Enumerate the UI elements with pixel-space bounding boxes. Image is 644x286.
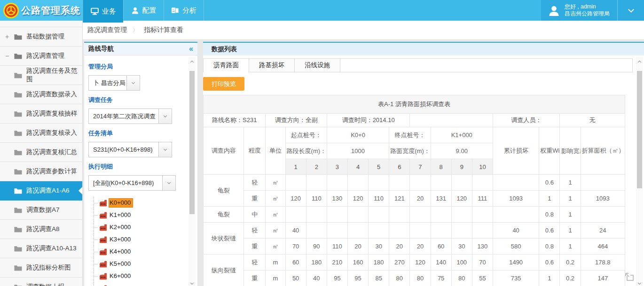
sidebar-item-调查数据上报[interactable]: 调查数据上报	[0, 278, 82, 286]
analysis-icon	[171, 7, 179, 14]
value-cell: 131	[431, 191, 451, 207]
select-value: S231(K0+0-K16+898)	[89, 146, 158, 153]
main-panel-scrollbar[interactable]	[636, 57, 643, 286]
cumulative-cell: 1093	[493, 191, 539, 207]
station-tree: K0+000K1+000K2+000K3+000K4+000K5+000K6+0…	[88, 197, 185, 286]
sidebar-item-基础数据管理[interactable]: +基础数据管理	[0, 27, 82, 46]
sidebar-item-路况指标分析图[interactable]: 路况指标分析图	[0, 258, 82, 278]
app-logo-area: 公路管理系统	[0, 0, 83, 21]
breadcrumb-item-2[interactable]: 指标计算查看	[144, 26, 183, 34]
select-任务清单[interactable]: S231(K0+0-K16+898)	[88, 142, 172, 157]
value-cell: 120	[451, 191, 472, 207]
header-width-value: 9.00	[431, 143, 493, 159]
folder-icon	[14, 111, 22, 117]
sidebar-item-label: 路况调查管理	[26, 52, 64, 60]
value-cell	[451, 175, 472, 191]
value-cell: 110	[369, 191, 389, 207]
breadcrumb-item-1[interactable]: 路况调查管理	[87, 26, 127, 34]
scroll-up-icon[interactable]	[636, 57, 643, 64]
sidebar-item-路况调查复核抽样[interactable]: 路况调查复核抽样	[0, 104, 82, 124]
select-管理分局[interactable]: 卜 昌吉分局	[88, 75, 140, 91]
degree-cell: 重	[244, 239, 266, 255]
tree-node-K1+000[interactable]: K1+000	[88, 209, 185, 221]
value-cell: 110	[306, 191, 327, 207]
value-cell	[306, 207, 327, 223]
sidebar-item-路况调查复核录入[interactable]: 路况调查复核录入	[0, 124, 82, 143]
data-tab-沿线设施[interactable]: 沿线设施	[295, 59, 340, 72]
sidebar-item-路况调查管理[interactable]: −路况调查管理	[0, 46, 82, 66]
unit-cell: ㎡	[266, 223, 285, 239]
value-cell	[327, 175, 347, 191]
folder-icon	[14, 169, 22, 175]
expand-toggle-icon[interactable]: −	[5, 52, 14, 60]
converted-cell	[581, 175, 625, 191]
converted-cell: 464	[581, 239, 625, 255]
sidebar-item-路况调查参数计算[interactable]: 路况调查参数计算	[0, 162, 82, 181]
scroll-up-icon[interactable]	[188, 57, 196, 64]
header-segment-7: 7	[410, 159, 431, 175]
folder-icon	[14, 265, 22, 271]
sidebar-item-label: 路况调查A8	[26, 225, 60, 233]
collapse-panel-icon[interactable]: «	[189, 45, 193, 53]
select-调查任务[interactable]: 2014年第二次路况调查	[88, 108, 172, 124]
table-title: 表A-1 沥青路面损坏调查表	[204, 95, 625, 114]
header-weight: 权重Wi	[539, 127, 560, 175]
tree-node-K5+000[interactable]: K5+000	[88, 258, 185, 270]
tree-node-K3+000[interactable]: K3+000	[88, 233, 185, 246]
tree-node-K7+000[interactable]: K7+000	[88, 282, 185, 286]
top-bar: 公路管理系统 业务配置分析 您好 , admin 昌吉州公路管理局	[0, 0, 644, 21]
tree-node-K6+000[interactable]: K6+000	[88, 270, 185, 282]
scroll-down-icon[interactable]	[188, 278, 196, 285]
tree-node-K0+000[interactable]: K0+000	[88, 197, 185, 209]
top-tab-业务[interactable]: 业务	[83, 0, 123, 23]
select-value: 2014年第二次路况调查	[89, 112, 158, 121]
top-tab-分析[interactable]: 分析	[164, 0, 204, 21]
print-preview-button[interactable]: 打印预览	[203, 77, 244, 91]
station-icon	[99, 273, 109, 280]
sidebar-item-路况调查复核汇总[interactable]: 路况调查复核汇总	[0, 143, 82, 162]
breadcrumb-separator: 〉	[133, 26, 138, 34]
expand-toggle-icon[interactable]: +	[5, 33, 14, 40]
value-cell: 20	[410, 239, 431, 255]
nav-panel-scrollbar[interactable]	[188, 57, 196, 286]
value-cell: 111	[472, 191, 493, 207]
sidebar-item-label: 路况调查A1-A6	[26, 186, 70, 195]
sidebar-item-label: 路况调查复核录入	[26, 129, 77, 137]
value-cell	[431, 207, 451, 223]
tree-node-K2+000[interactable]: K2+000	[88, 221, 185, 233]
folder-icon	[14, 92, 22, 98]
top-tab-配置[interactable]: 配置	[123, 0, 164, 21]
user-menu[interactable]: 您好 , admin 昌吉州公路管理局	[541, 0, 617, 21]
cumulative-cell: 40	[493, 223, 539, 239]
value-cell: 130	[327, 191, 347, 207]
sidebar-item-调查数据A7[interactable]: 调查数据A7	[0, 201, 82, 220]
value-cell	[389, 223, 410, 239]
nav-scrollbar-thumb[interactable]	[189, 71, 195, 214]
chevron-down-icon[interactable]	[158, 109, 172, 124]
select-执行明细[interactable]: [全副](K0+0-K16+898)	[88, 175, 176, 191]
user-avatar-icon	[548, 4, 560, 17]
data-tab-沥青路面[interactable]: 沥青路面	[204, 59, 249, 72]
converted-cell	[581, 207, 625, 223]
header-end-value: K1+000	[431, 127, 493, 143]
sidebar-item-路况调查任务及范围[interactable]: 路况调查任务及范围	[0, 66, 82, 85]
sidebar-item-路况调查A8[interactable]: 路况调查A8	[0, 220, 82, 239]
value-cell: 70	[472, 255, 493, 271]
chevron-down-icon	[628, 7, 634, 13]
sidebar-item-路况调查数据录入[interactable]: 路况调查数据录入	[0, 85, 82, 104]
data-tab-路基损坏[interactable]: 路基损坏	[249, 59, 295, 72]
weight-cell: 0.8	[539, 207, 560, 223]
sidebar-item-路况调查A1-A6[interactable]: 路况调查A1-A6	[0, 181, 82, 201]
chevron-down-icon[interactable]	[126, 76, 140, 90]
tree-node-K4+000[interactable]: K4+000	[88, 246, 185, 258]
sidebar-item-label: 路况调查任务及范围	[26, 67, 82, 84]
value-cell	[389, 207, 410, 223]
sidebar-item-路况调查A10-A13[interactable]: 路况调查A10-A13	[0, 239, 82, 258]
sidebar-item-label: 路况调查A10-A13	[26, 244, 77, 253]
scroll-down-icon[interactable]	[636, 278, 643, 285]
expand-fullscreen-icon[interactable]	[624, 271, 635, 282]
main-scrollbar-thumb[interactable]	[637, 71, 642, 188]
user-dropdown-toggle[interactable]	[617, 0, 644, 21]
chevron-down-icon[interactable]	[162, 176, 175, 190]
chevron-down-icon[interactable]	[158, 142, 172, 157]
